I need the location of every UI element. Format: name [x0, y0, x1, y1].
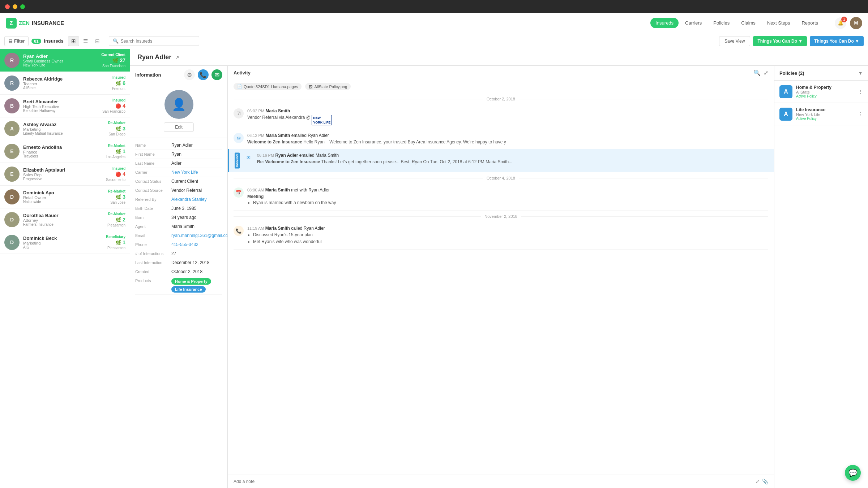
- product-life-tag[interactable]: Life Insurance: [171, 286, 206, 293]
- act-author: Maria Smith: [265, 108, 290, 113]
- nav-next-steps[interactable]: Next Steps: [762, 18, 795, 28]
- chart-view-button[interactable]: ⊟: [92, 36, 103, 46]
- edit-button[interactable]: Edit: [164, 122, 194, 132]
- contact-item[interactable]: D Dominick Ayo Retail Owner Nationwide R…: [0, 186, 130, 208]
- things-you-can-do-button-1[interactable]: Things You Can Do ▼: [753, 36, 807, 46]
- info-email-btn[interactable]: ✉: [211, 69, 222, 80]
- save-view-button[interactable]: Save View: [719, 36, 750, 46]
- things-you-can-do-button-2[interactable]: Things You Can Do ▼: [810, 36, 864, 46]
- policy-icon: A: [779, 85, 792, 98]
- contact-right: Re-Market 🌿 3 San Jose: [108, 189, 125, 204]
- act-body: Welcome to Zen Insurance Hello Ryan – We…: [247, 139, 768, 145]
- detail-body: Information ⚙ 📞 ✉ 👤 Edit Name Ryan Adler…: [130, 66, 868, 488]
- contact-item[interactable]: A Ashley Alvaraz Marketing Liberty Mutua…: [0, 117, 130, 140]
- policy-item[interactable]: A Life Insurance New York Life Active Po…: [774, 103, 868, 125]
- product-home-tag[interactable]: Home & Property: [171, 278, 211, 285]
- score-icon: 🌿: [115, 194, 121, 200]
- close-button[interactable]: [5, 4, 10, 9]
- info-field-label: Created: [135, 269, 171, 274]
- nav-carriers[interactable]: Carriers: [680, 18, 707, 28]
- contact-score: 🌿 1: [115, 148, 125, 154]
- grid-view-button[interactable]: ⊞: [68, 36, 79, 46]
- score-icon: 🌿: [115, 240, 121, 245]
- contact-right: Re-Market 🌿 3 San Diego: [108, 121, 125, 136]
- contact-carrier: Nationwide: [23, 200, 104, 204]
- maximize-button[interactable]: [20, 4, 25, 9]
- notification-button[interactable]: 🔔 1: [835, 17, 846, 29]
- minimize-button[interactable]: [13, 4, 17, 9]
- contact-item[interactable]: R Rebecca Aldridge Teacher AllState Insu…: [0, 72, 130, 95]
- info-field-value[interactable]: Alexandra Stanley: [171, 197, 222, 202]
- act-body: Discussed Ryan's 15-year planMet Ryan's …: [247, 232, 768, 245]
- logo-zen: ZEN: [19, 20, 30, 26]
- activity-item: 📞 11:19 AM Maria Smith called Ryan Adler…: [234, 222, 768, 250]
- contact-score: 🌿 3: [115, 194, 125, 200]
- info-field-value: Maria Smith: [171, 224, 222, 229]
- detail-header: Ryan Adler ↗: [130, 49, 868, 66]
- info-row: Contact Status Current Client: [135, 177, 222, 186]
- act-header: 11:19 AM Maria Smith called Ryan Adler: [247, 226, 768, 231]
- act-content: 11:19 AM Maria Smith called Ryan Adler D…: [247, 226, 768, 246]
- nav-insureds[interactable]: Insureds: [650, 18, 679, 28]
- info-field-value: 34 years ago: [171, 215, 222, 220]
- filter-button[interactable]: ⊟ Filter: [4, 36, 29, 46]
- policy-item[interactable]: A Home & Property AllState Active Policy…: [774, 81, 868, 103]
- user-avatar[interactable]: M: [850, 17, 862, 29]
- contact-avatar: E: [4, 144, 20, 159]
- act-content: 06:12 PM Maria Smith emailed Ryan Adler …: [247, 133, 768, 145]
- filter-label: Filter: [14, 39, 25, 44]
- info-field-value[interactable]: 415-555-3432: [171, 242, 222, 247]
- policies-expand-btn[interactable]: ▼: [858, 70, 863, 76]
- info-field-value: Adler: [171, 161, 222, 166]
- contact-location: San Diego: [108, 132, 125, 136]
- search-input[interactable]: [121, 39, 195, 44]
- note-expand-btn[interactable]: ⤢: [756, 479, 760, 484]
- contact-score: 🌿 6: [115, 80, 125, 86]
- info-field-value: December 12, 2018: [171, 260, 222, 265]
- activity-item: 📅 08:00 AM Maria Smith met with Ryan Adl…: [234, 184, 768, 211]
- nav-right: 🔔 1 M: [835, 17, 862, 29]
- info-field-value: Ryan: [171, 152, 222, 157]
- add-note-input[interactable]: [234, 479, 753, 484]
- contact-info: Dorothea Bauer Attorney Farmers Insuranc…: [23, 213, 104, 226]
- contact-score: 🌿 2: [115, 217, 125, 223]
- contact-item[interactable]: R Ryan Adler Small Business Owner New Yo…: [0, 49, 130, 72]
- external-link-icon[interactable]: ↗: [175, 55, 179, 60]
- contact-score: 🔴 4: [115, 171, 125, 177]
- file-name: AllState Policy.png: [314, 85, 347, 89]
- list-view-button[interactable]: ☰: [80, 36, 91, 46]
- policies-panel: Policies (2) ▼ A Home & Property AllStat…: [774, 66, 868, 488]
- act-content: 06:02 PM Maria Smith Vendor Referral via…: [247, 108, 768, 125]
- info-field-label: Agent: [135, 224, 171, 229]
- file-chip[interactable]: 🖼 AllState Policy.png: [305, 83, 351, 90]
- contact-item[interactable]: E Elizabeth Aptsiauri Sales Rep Progress…: [0, 163, 130, 186]
- info-field-value[interactable]: ryan.manning1361@gmail.cor: [171, 233, 228, 238]
- contact-carrier: Farmers Insurance: [23, 223, 104, 226]
- contact-score: 🔴 4: [115, 103, 125, 109]
- policy-actions-btn[interactable]: ⋮: [858, 111, 863, 117]
- policy-actions-btn[interactable]: ⋮: [858, 89, 863, 95]
- note-attach-btn[interactable]: 📎: [762, 479, 768, 484]
- nav-links: Insureds Carriers Policies Claims Next S…: [650, 18, 823, 28]
- activity-search-btn[interactable]: 🔍: [753, 69, 761, 76]
- file-chip[interactable]: 📄 Quote 324SD1 Humana.pages: [234, 83, 302, 90]
- contact-item[interactable]: E Ernesto Andolina Finance Travelers Re-…: [0, 140, 130, 163]
- activity-expand-btn[interactable]: ⤢: [764, 69, 768, 76]
- nav-reports[interactable]: Reports: [796, 18, 823, 28]
- contact-item[interactable]: D Dominick Beck Marketing AIG Beneficiar…: [0, 231, 130, 254]
- nav-claims[interactable]: Claims: [736, 18, 761, 28]
- info-field-value[interactable]: New York Life: [171, 170, 222, 175]
- contact-item[interactable]: D Dorothea Bauer Attorney Farmers Insura…: [0, 208, 130, 231]
- info-phone-btn[interactable]: 📞: [198, 69, 209, 80]
- ny-life-badge: NEWYORK LIFE: [312, 115, 332, 125]
- contact-carrier: AllState: [23, 86, 108, 90]
- filter-icon: ⊟: [8, 38, 13, 44]
- contact-item[interactable]: B Brett Alexander High Tech Executive Be…: [0, 95, 130, 117]
- info-settings-btn[interactable]: ⚙: [184, 69, 195, 80]
- act-icon: 📞: [234, 226, 244, 236]
- nav-policies[interactable]: Policies: [708, 18, 735, 28]
- contact-sub: High Tech Executive: [23, 104, 99, 109]
- chat-bubble[interactable]: 💬: [845, 465, 861, 481]
- score-icon: 🌿: [115, 126, 121, 131]
- info-field-label: Last Name: [135, 161, 171, 165]
